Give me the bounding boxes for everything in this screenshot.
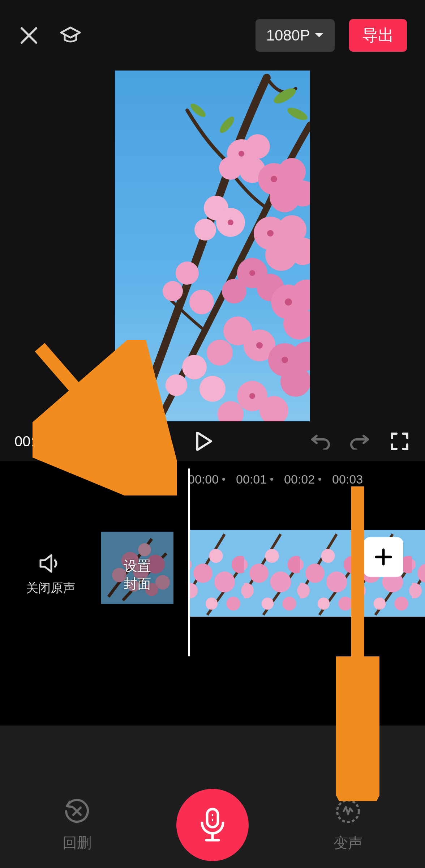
speaker-icon <box>39 554 62 573</box>
plus-icon <box>373 547 394 567</box>
svg-point-25 <box>218 114 237 135</box>
record-button[interactable] <box>176 789 249 861</box>
tutorial-button[interactable] <box>60 25 81 46</box>
redo-icon <box>350 433 370 450</box>
svg-point-71 <box>249 393 255 399</box>
record-undo-button[interactable]: 回删 <box>23 797 131 853</box>
video-preview[interactable] <box>115 71 310 421</box>
svg-point-46 <box>163 281 183 301</box>
svg-point-44 <box>222 279 246 303</box>
svg-point-64 <box>271 176 277 182</box>
voice-change-label: 变声 <box>334 833 362 853</box>
svg-point-24 <box>286 105 309 122</box>
time-ruler: 00:00 00:01 00:02 00:03 <box>0 468 425 490</box>
ruler-mark: 00:02 <box>284 472 340 486</box>
mute-label: 关闭原声 <box>26 580 75 596</box>
play-icon <box>196 432 212 451</box>
clip-frame[interactable] <box>300 530 356 617</box>
record-undo-label: 回删 <box>63 833 91 853</box>
record-panel: 回删 变声 <box>0 725 425 868</box>
close-button[interactable] <box>18 25 40 46</box>
export-label: 导出 <box>362 25 394 46</box>
duration: 00:11 <box>63 433 99 449</box>
undo-delete-icon <box>63 797 91 826</box>
svg-point-65 <box>228 220 233 225</box>
add-clip-button[interactable] <box>364 537 403 577</box>
current-time: 00:00 <box>14 433 51 449</box>
resolution-dropdown[interactable]: 1080P <box>256 19 335 52</box>
svg-point-69 <box>256 342 263 349</box>
preview-area <box>0 71 425 421</box>
cover-label: 设置封面 <box>124 557 151 593</box>
svg-point-66 <box>267 230 274 237</box>
time-display: 00:00 / 00:11 <box>14 433 99 450</box>
svg-point-63 <box>239 151 244 157</box>
svg-point-67 <box>249 270 255 276</box>
ruler-mark: 00:00 <box>188 472 244 486</box>
undo-button[interactable] <box>309 430 331 452</box>
svg-point-70 <box>282 357 288 363</box>
header-bar: 1080P 导出 <box>0 0 425 71</box>
set-cover-button[interactable]: 设置封面 <box>101 532 173 618</box>
preview-content <box>115 71 310 421</box>
clip-frame[interactable] <box>244 530 300 617</box>
playhead[interactable] <box>188 468 190 656</box>
voice-change-button[interactable]: 变声 <box>294 797 402 853</box>
svg-point-37 <box>194 219 216 241</box>
svg-point-59 <box>199 376 226 402</box>
svg-point-45 <box>176 261 199 285</box>
close-icon <box>20 26 38 45</box>
svg-rect-72 <box>207 809 218 827</box>
export-button[interactable]: 导出 <box>349 19 407 52</box>
play-button[interactable] <box>193 430 215 452</box>
svg-point-28 <box>245 134 270 159</box>
svg-point-53 <box>207 340 233 366</box>
graduation-cap-icon <box>60 26 81 45</box>
microphone-icon <box>196 807 229 843</box>
chevron-down-icon <box>314 33 324 38</box>
svg-point-29 <box>219 157 242 180</box>
svg-point-68 <box>285 298 292 306</box>
svg-point-57 <box>182 355 207 379</box>
redo-button[interactable] <box>349 430 371 452</box>
fullscreen-button[interactable] <box>389 430 411 452</box>
timeline[interactable]: 00:00 00:01 00:02 00:03 关闭原声 设置封面 <box>0 461 425 725</box>
clip-frame[interactable] <box>188 530 244 617</box>
undo-icon <box>310 433 330 450</box>
voice-change-icon <box>334 797 362 826</box>
mute-original-audio-button[interactable]: 关闭原声 <box>0 554 101 596</box>
ruler-mark: 00:01 <box>236 472 292 486</box>
play-bar: 00:00 / 00:11 <box>0 421 425 461</box>
clip-frame[interactable] <box>412 530 425 617</box>
svg-point-56 <box>280 366 310 397</box>
svg-point-58 <box>166 374 187 396</box>
fullscreen-icon <box>391 432 409 450</box>
resolution-label: 1080P <box>266 27 310 44</box>
ruler-mark: 00:03 <box>332 472 388 486</box>
svg-point-47 <box>189 290 214 314</box>
